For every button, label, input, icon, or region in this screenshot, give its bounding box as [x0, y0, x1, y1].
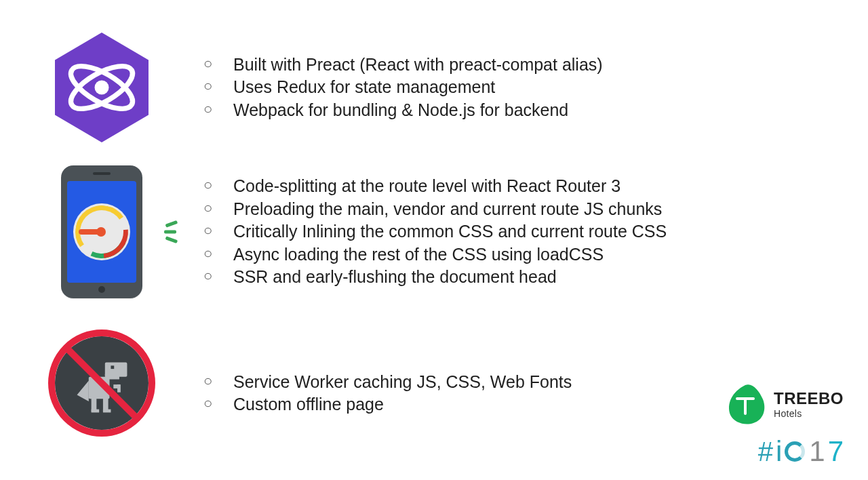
- bullet-list: Built with Preact (React with preact-com…: [203, 54, 603, 122]
- hash-icon: #: [758, 437, 773, 467]
- icon-col: [0, 332, 203, 434]
- icon-col: [0, 30, 203, 145]
- icon-col: [0, 164, 203, 300]
- list-item: Built with Preact (React with preact-com…: [203, 54, 603, 77]
- lighthouse-phone-icon: [47, 164, 156, 300]
- logo-block: TREEBO Hotels # i 1 7: [724, 382, 844, 468]
- io17-one: 1: [809, 435, 825, 468]
- section-offline: Service Worker caching JS, CSS, Web Font…: [0, 332, 572, 434]
- treebo-text: TREEBO Hotels: [774, 389, 844, 419]
- svg-point-3: [95, 81, 109, 95]
- treebo-brand: TREEBO: [774, 389, 844, 408]
- list-item: Preloading the main, vendor and current …: [203, 198, 667, 221]
- bullet-list: Service Worker caching JS, CSS, Web Font…: [203, 371, 572, 416]
- io17-logo: # i 1 7: [758, 435, 844, 468]
- list-item: SSR and early-flushing the document head: [203, 266, 667, 289]
- list-item: Uses Redux for state management: [203, 76, 603, 99]
- section-performance: Code-splitting at the route level with R…: [0, 164, 667, 300]
- preact-logo-icon: [51, 30, 153, 145]
- offline-dino-banned-icon: [51, 332, 153, 434]
- list-item: Code-splitting at the route level with R…: [203, 175, 667, 198]
- bullet-list: Code-splitting at the route level with R…: [203, 175, 667, 289]
- list-item: Service Worker caching JS, CSS, Web Font…: [203, 371, 572, 394]
- ban-icon: [48, 329, 155, 437]
- io17-i: i: [776, 435, 782, 468]
- io17-seven: 7: [828, 435, 844, 468]
- speed-ticks-icon: [164, 219, 176, 245]
- io17-o-icon: [785, 441, 805, 462]
- list-item: Webpack for bundling & Node.js for backe…: [203, 99, 603, 122]
- gauge-icon: [73, 203, 130, 260]
- treebo-logo: TREEBO Hotels: [724, 382, 844, 426]
- list-item: Custom offline page: [203, 393, 572, 416]
- section-stack: Built with Preact (React with preact-com…: [0, 30, 603, 145]
- list-item: Async loading the rest of the CSS using …: [203, 243, 667, 266]
- treebo-sub: Hotels: [774, 408, 844, 419]
- treebo-mark-icon: [724, 382, 767, 426]
- list-item: Critically Inlining the common CSS and c…: [203, 220, 667, 243]
